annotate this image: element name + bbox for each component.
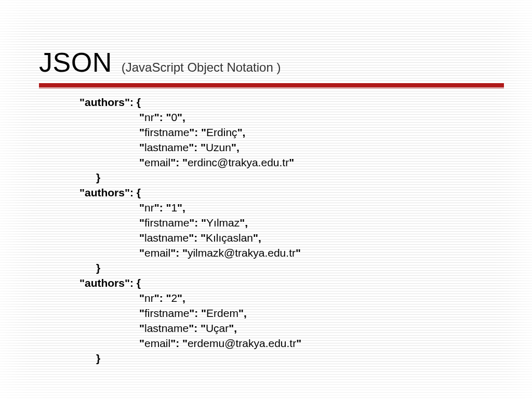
json-field-name: nr [144, 202, 154, 214]
json-brace-open: : { [130, 96, 141, 108]
json-quote: " [139, 247, 144, 259]
json-quote: ", [229, 322, 237, 334]
json-brace-open: : { [130, 277, 141, 289]
json-colon: : " [159, 202, 171, 214]
json-quote: " [189, 307, 194, 319]
json-quote: ", [177, 111, 185, 123]
json-field-value: 1 [171, 202, 177, 214]
json-quote: " [139, 141, 144, 153]
json-quote: " [189, 232, 194, 244]
json-colon: : " [159, 111, 171, 123]
json-field-name: email [144, 337, 170, 349]
json-field-value: Erdinç [206, 126, 237, 138]
json-field-value: Uzun [206, 141, 231, 153]
json-field-name: email [144, 247, 170, 259]
json-quote: " [139, 337, 144, 349]
slide-content: JSON (JavaScript Object Notation ) "auth… [39, 47, 511, 366]
json-field-value: erdemu@trakya.edu.tr [188, 337, 296, 349]
json-quote: " [139, 292, 144, 304]
json-field: "email": "erdinc@trakya.edu.tr" [139, 155, 511, 170]
json-quote: " [170, 156, 176, 168]
json-colon: : " [194, 307, 206, 319]
json-object-close: } [96, 351, 511, 366]
json-object-close: } [96, 170, 511, 185]
json-field: "lastname": "Uzun", [139, 140, 511, 155]
json-colon: : " [176, 156, 188, 168]
json-quote: " [189, 217, 194, 229]
json-key: "authors" [79, 187, 130, 198]
json-field: "lastname": "Kılıçaslan", [139, 230, 511, 245]
json-colon: : " [194, 322, 206, 334]
json-quote: " [139, 156, 144, 168]
json-quote: " [289, 156, 294, 168]
json-quote: ", [177, 202, 185, 214]
json-quote: " [154, 111, 159, 123]
json-quote: " [170, 337, 176, 349]
json-quote: " [154, 292, 159, 304]
json-object-open: "authors": { [79, 185, 511, 200]
json-brace-close: } [96, 262, 100, 274]
json-colon: : " [194, 232, 206, 244]
json-field: "firstname": "Yılmaz", [139, 215, 511, 230]
json-quote: ", [253, 232, 261, 244]
json-quote: " [189, 322, 194, 334]
json-field-value: 0 [171, 111, 177, 123]
json-brace-close: } [96, 171, 100, 183]
json-field: "firstname": "Erdinç", [139, 125, 511, 140]
json-key: "authors" [79, 277, 130, 289]
json-field-name: firstname [144, 126, 189, 138]
json-field-value: Yılmaz [206, 217, 240, 229]
json-field-name: nr [144, 111, 154, 123]
json-field: "nr": "0", [139, 110, 511, 125]
json-field-value: 2 [171, 292, 177, 304]
json-brace-close: } [96, 352, 100, 364]
json-quote: " [139, 202, 144, 214]
json-field-name: firstname [144, 217, 189, 229]
json-field: "email": "erdemu@trakya.edu.tr" [139, 336, 511, 351]
json-object-open: "authors": { [79, 95, 511, 110]
json-quote: " [189, 126, 194, 138]
json-field-name: firstname [144, 307, 189, 319]
json-quote: " [189, 141, 194, 153]
json-colon: : " [194, 217, 206, 229]
json-quote: " [139, 217, 144, 229]
json-colon: : " [176, 337, 188, 349]
json-field-name: nr [144, 292, 154, 304]
json-quote: ", [231, 141, 240, 153]
json-field-value: yilmazk@trakya.edu.tr [188, 247, 296, 259]
json-quote: " [139, 126, 144, 138]
json-key: "authors" [79, 96, 130, 108]
json-field-value: Kılıçaslan [206, 232, 253, 244]
json-field-value: erdinc@trakya.edu.tr [188, 156, 289, 168]
json-colon: : " [194, 141, 206, 153]
json-field: "lastname": "Uçar", [139, 321, 511, 336]
json-field-name: lastname [144, 141, 189, 153]
json-field-value: Uçar [206, 322, 229, 334]
code-block: "authors": {"nr": "0","firstname": "Erdi… [79, 95, 511, 366]
slide-title: JSON [39, 47, 112, 78]
json-field: "nr": "1", [139, 200, 511, 215]
json-field-value: Erdem [206, 307, 238, 319]
json-colon: : " [159, 292, 171, 304]
json-quote: " [139, 111, 144, 123]
json-colon: : " [176, 247, 188, 259]
json-field: "email": "yilmazk@trakya.edu.tr" [139, 245, 511, 260]
json-quote: " [296, 337, 301, 349]
json-quote: ", [237, 126, 246, 138]
title-row: JSON (JavaScript Object Notation ) [39, 47, 511, 78]
title-underline [39, 83, 504, 87]
json-quote: " [170, 247, 176, 259]
json-field-name: email [144, 156, 170, 168]
json-quote: " [296, 247, 301, 259]
json-field: "firstname": "Erdem", [139, 305, 511, 321]
json-quote: " [139, 307, 144, 319]
json-field: "nr": "2", [139, 290, 511, 305]
json-quote: " [154, 202, 159, 214]
json-object-open: "authors": { [79, 275, 511, 290]
json-field-name: lastname [144, 232, 189, 244]
json-brace-open: : { [130, 187, 141, 198]
json-field-name: lastname [144, 322, 189, 334]
json-quote: ", [238, 307, 247, 319]
json-colon: : " [194, 126, 206, 138]
json-quote: " [139, 232, 144, 244]
